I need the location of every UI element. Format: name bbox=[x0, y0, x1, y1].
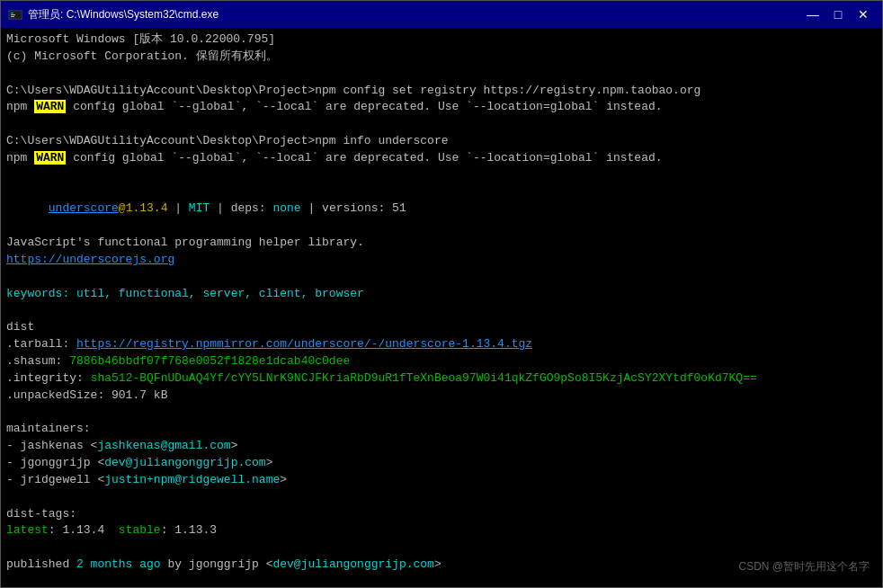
blank-6 bbox=[6, 405, 877, 422]
package-url: https://underscorejs.org bbox=[6, 252, 877, 269]
dist-integrity: .integrity: sha512-BQFnUDuAQ4Yf/cYY5LNrK… bbox=[6, 370, 877, 388]
dist-label: dist bbox=[6, 319, 877, 336]
maintainer-2: - jgonggrijp <dev@juliangonggrijp.com> bbox=[6, 455, 877, 472]
keywords-line: keywords: util, functional, server, clie… bbox=[6, 286, 877, 303]
package-desc: JavaScript's functional programming help… bbox=[6, 235, 877, 252]
blank-9 bbox=[6, 574, 877, 587]
line-2: (c) Microsoft Corporation. 保留所有权利。 bbox=[6, 49, 877, 66]
warn-badge-1: WARN bbox=[34, 100, 66, 113]
maintainers-label: maintainers: bbox=[6, 421, 877, 438]
blank-3 bbox=[6, 167, 877, 184]
dist-shasum: .shasum: 7886b46bbdf07f768e0052f1828e1dc… bbox=[6, 353, 877, 370]
blank-1 bbox=[6, 66, 877, 83]
line-8: npm WARN config global `--global`, `--lo… bbox=[6, 150, 877, 167]
cmd-window: 管理员: C:\Windows\System32\cmd.exe — □ ✕ M… bbox=[0, 0, 883, 588]
minimize-button[interactable]: — bbox=[801, 5, 825, 23]
dist-tags-label: dist-tags: bbox=[6, 506, 877, 523]
window-controls: — □ ✕ bbox=[801, 5, 875, 23]
dist-tarball: .tarball: https://registry.npmmirror.com… bbox=[6, 336, 877, 353]
maximize-button[interactable]: □ bbox=[826, 5, 850, 23]
watermark: CSDN @暂时先用这个名字 bbox=[738, 559, 870, 575]
window-title: 管理员: C:\Windows\System32\cmd.exe bbox=[28, 7, 801, 22]
svg-rect-3 bbox=[11, 14, 15, 15]
line-5: npm WARN config global `--global`, `--lo… bbox=[6, 99, 877, 116]
blank-5 bbox=[6, 303, 877, 320]
maintainer-3: - jridgewell <justin+npm@ridgewell.name> bbox=[6, 472, 877, 489]
blank-8 bbox=[6, 539, 877, 557]
blank-7 bbox=[6, 489, 877, 506]
window-icon bbox=[8, 7, 22, 22]
svg-rect-4 bbox=[11, 16, 14, 17]
package-header: underscore@1.13.4 | MIT | deps: none | v… bbox=[6, 184, 877, 236]
line-4: C:\Users\WDAGUtilityAccount\Desktop\Proj… bbox=[6, 83, 877, 100]
package-name-link: underscore bbox=[49, 201, 119, 215]
maintainer-1: - jashkenas <jashkenas@gmail.com> bbox=[6, 438, 877, 455]
close-button[interactable]: ✕ bbox=[852, 5, 875, 23]
blank-2 bbox=[6, 116, 877, 133]
line-7: C:\Users\WDAGUtilityAccount\Desktop\Proj… bbox=[6, 133, 877, 150]
blank-4 bbox=[6, 269, 877, 286]
terminal-body[interactable]: Microsoft Windows [版本 10.0.22000.795] (c… bbox=[1, 28, 882, 587]
svg-rect-2 bbox=[11, 13, 13, 13]
warn-badge-2: WARN bbox=[34, 151, 66, 165]
dist-unpacked: .unpackedSize: 901.7 kB bbox=[6, 388, 877, 405]
title-bar: 管理员: C:\Windows\System32\cmd.exe — □ ✕ bbox=[1, 1, 882, 28]
line-1: Microsoft Windows [版本 10.0.22000.795] bbox=[6, 31, 877, 49]
dist-tags-values: latest: 1.13.4 stable: 1.13.3 bbox=[6, 522, 877, 539]
